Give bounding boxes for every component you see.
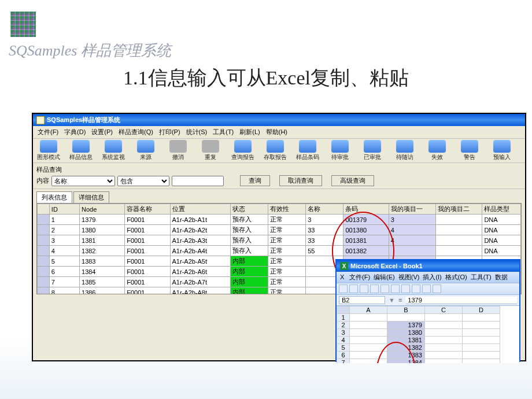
toolbar-来源[interactable]: 来源 [132, 140, 159, 161]
excel-cell[interactable] [425, 322, 463, 329]
excel-cell[interactable] [425, 352, 463, 359]
excel-menu-item[interactable]: 工具(T) [470, 273, 493, 282]
toolbar-查询报告[interactable]: 查询报告 [230, 140, 256, 161]
excel-cell[interactable] [350, 322, 387, 329]
excel-col-header[interactable]: C [425, 306, 463, 314]
cell-p2[interactable] [435, 246, 482, 256]
col-header[interactable]: 名称 [306, 204, 343, 215]
paste-icon[interactable] [422, 285, 431, 293]
cell-id[interactable]: 3 [49, 235, 79, 246]
row-selector[interactable] [38, 225, 50, 235]
cell-cont[interactable]: F0001 [125, 287, 170, 295]
excel-cell[interactable] [425, 344, 463, 352]
menu-item[interactable]: 统计(S) [184, 127, 210, 137]
cell-type[interactable]: DNA [482, 225, 521, 235]
row-selector-header[interactable] [38, 204, 50, 215]
cell-val[interactable]: 正常 [268, 235, 306, 246]
cell-p2[interactable] [435, 235, 482, 246]
open-icon[interactable] [349, 285, 358, 293]
menu-item[interactable]: 帮助(H) [264, 127, 290, 137]
query-field-select[interactable]: 名称 [51, 176, 115, 186]
cell-cont[interactable]: F0001 [125, 215, 170, 225]
excel-menu-item[interactable]: 数据 [494, 273, 509, 282]
table-row[interactable]: 21380F0001A1r-A2b-A2t预存入正常330013804DNA [38, 225, 521, 235]
cell-node[interactable]: 1381 [80, 235, 125, 246]
cell-node[interactable]: 1382 [80, 246, 125, 256]
excel-cell[interactable] [387, 314, 425, 322]
cell-st[interactable]: 内部 [230, 256, 268, 267]
toolbar-待审批[interactable]: 待审批 [327, 140, 353, 161]
excel-cell[interactable] [425, 314, 463, 322]
fx-icon[interactable]: = [398, 297, 402, 304]
toolbar-警告[interactable]: 警告 [456, 140, 483, 161]
excel-cell[interactable]: 1384 [387, 359, 425, 364]
tab-detail-info[interactable]: 详细信息 [73, 191, 109, 203]
row-selector[interactable] [38, 235, 50, 246]
toolbar-待随访[interactable]: 待随访 [391, 140, 418, 161]
menu-item[interactable]: 工具(T) [210, 127, 236, 137]
menu-item[interactable]: 刷新(L) [237, 127, 262, 137]
cell-cont[interactable]: F0001 [125, 256, 170, 267]
cut-icon[interactable] [401, 285, 410, 293]
table-row[interactable]: 11379F0001A1r-A2b-A1t预存入正常30013793DNA [38, 215, 521, 225]
excel-titlebar[interactable]: X Microsoft Excel - Book1 [337, 260, 519, 272]
col-header[interactable]: 状态 [230, 204, 268, 215]
cell-cont[interactable]: F0001 [125, 267, 170, 277]
cell-node[interactable]: 1385 [80, 277, 125, 287]
cell-p2[interactable] [435, 215, 482, 225]
app-titlebar[interactable]: SQSamples样品管理系统 [33, 114, 525, 126]
cell-type[interactable]: DNA [482, 246, 521, 256]
cell-name[interactable]: 55 [306, 246, 343, 256]
cancel-query-button[interactable]: 取消查询 [279, 175, 322, 186]
cell-name[interactable]: 3 [306, 215, 343, 225]
excel-row-header[interactable]: 1 [337, 314, 350, 322]
cell-val[interactable]: 正常 [268, 215, 306, 225]
col-header[interactable]: 我的项目一 [389, 204, 435, 215]
col-header[interactable]: 容器名称 [125, 204, 170, 215]
row-selector[interactable] [38, 277, 50, 287]
cell-cont[interactable]: F0001 [125, 277, 170, 287]
excel-row[interactable]: 31380 [337, 329, 500, 337]
table-row[interactable]: 31381F0001A1r-A2b-A3t预存入正常330013814DNA [38, 235, 521, 246]
cell-cont[interactable]: F0001 [125, 235, 170, 246]
cell-st[interactable]: 预存入 [230, 235, 268, 246]
new-icon[interactable] [339, 285, 348, 293]
cell-loc[interactable]: A1r-A2b-A8t [170, 287, 230, 295]
excel-row[interactable]: 1 [337, 314, 500, 322]
menu-item[interactable]: 字典(D) [62, 127, 88, 137]
excel-menu-item[interactable]: 文件(F) [348, 273, 371, 282]
cell-node[interactable]: 1386 [80, 287, 125, 295]
excel-cell[interactable] [463, 329, 500, 337]
cell-node[interactable]: 1380 [80, 225, 125, 235]
excel-row-header[interactable]: 4 [337, 337, 350, 344]
cell-cont[interactable]: F0001 [125, 246, 170, 256]
excel-cell[interactable] [463, 314, 500, 322]
cell-loc[interactable]: A1r-A2b-A2t [170, 225, 230, 235]
excel-cell[interactable] [350, 352, 387, 359]
cell-id[interactable]: 8 [49, 287, 79, 295]
excel-row-header[interactable]: 2 [337, 322, 350, 329]
row-selector[interactable] [38, 267, 50, 277]
cell-loc[interactable]: A1r-A2b-A3t [170, 235, 230, 246]
excel-formula-bar[interactable]: 1379 [405, 297, 517, 304]
cell-loc[interactable]: A1r-A2b-A6t [170, 267, 230, 277]
spell-icon[interactable] [391, 285, 400, 293]
cell-name[interactable]: 33 [306, 225, 343, 235]
cell-loc[interactable]: A1r-A2b-A7t [170, 277, 230, 287]
cell-type[interactable]: DNA [482, 215, 521, 225]
excel-col-header[interactable]: D [463, 306, 500, 314]
cell-p1[interactable]: 4 [389, 235, 435, 246]
cell-p1[interactable]: 3 [389, 215, 435, 225]
cell-id[interactable]: 2 [49, 225, 79, 235]
cell-id[interactable]: 6 [49, 267, 79, 277]
excel-corner[interactable] [337, 306, 350, 314]
excel-menu-item[interactable]: 格式(O) [444, 273, 468, 282]
toolbar-系统监视[interactable]: 系统监视 [100, 140, 127, 161]
col-header[interactable]: 条码 [343, 204, 389, 215]
excel-row-header[interactable]: 3 [337, 329, 350, 337]
excel-menu-item[interactable]: 视图(V) [397, 273, 421, 282]
row-selector[interactable] [38, 215, 50, 225]
menu-item[interactable]: 设置(P) [89, 127, 115, 137]
cell-bar[interactable]: 001381 [343, 235, 389, 246]
excel-cell[interactable] [463, 359, 500, 364]
